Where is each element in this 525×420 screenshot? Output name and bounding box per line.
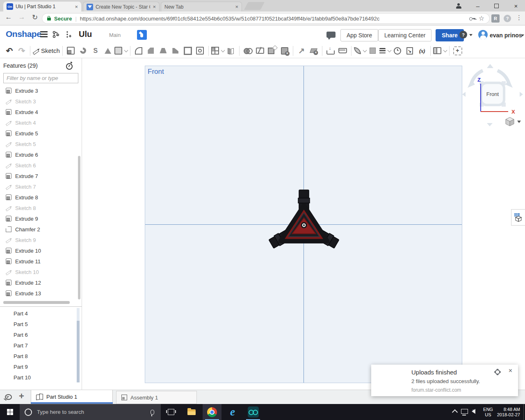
network-icon[interactable] [461,409,468,414]
feature-item[interactable]: Sketch 4 [0,117,80,128]
feature-item[interactable]: Extrude 8 [0,192,80,203]
toolbar-mirror[interactable] [225,45,237,57]
microphone-icon[interactable] [151,410,154,415]
tab-close-icon[interactable]: × [235,4,238,9]
restore-button[interactable] [488,0,504,11]
toolbar-move-face[interactable] [295,45,308,57]
avatar[interactable] [478,30,488,39]
part-item[interactable]: Part 7 [0,340,76,351]
toolbar-hole[interactable] [194,45,206,57]
add-tab-icon[interactable]: + [19,391,24,402]
toolbar-revolve[interactable] [77,45,89,57]
notification-popup[interactable]: Uploads finished 2 files uploaded succes… [371,365,518,396]
document-title[interactable]: Ulu [79,30,92,39]
feature-item[interactable]: Extrude 13 [0,288,80,299]
feedback-bubble-icon[interactable] [326,32,336,38]
feature-filter-input[interactable] [3,73,78,83]
password-key-icon[interactable] [469,17,475,21]
feature-item[interactable]: Extrude 9 [0,213,80,224]
tray-expand-icon[interactable] [452,409,458,415]
part-item[interactable]: Part 6 [0,329,76,340]
view-cube[interactable]: Front Z X [461,62,524,129]
feature-item[interactable]: Extrude 12 [0,277,80,288]
volume-muted-icon[interactable] [472,409,475,414]
parts-scrollbar-thumb[interactable] [77,321,80,382]
feature-item[interactable]: Sketch 9 [0,235,80,245]
back-icon[interactable]: ← [3,13,14,21]
search-tabs-icon[interactable] [5,394,12,400]
versions-icon[interactable] [52,31,60,38]
part-item[interactable]: Part 4 [0,308,76,319]
toolbar-split[interactable] [254,45,266,57]
feature-item[interactable]: Extrude 3 [0,85,80,96]
toolbar-boolean[interactable] [242,45,254,57]
language-indicator[interactable]: ENG US [481,407,495,418]
feature-item[interactable]: Extrude 11 [0,256,80,267]
toolbar-sphere[interactable] [391,45,404,57]
toolbar-import-derived[interactable] [404,45,416,57]
toolbar-surface[interactable] [354,45,367,57]
internet-explorer-button[interactable]: e [223,404,242,420]
task-view-button[interactable] [162,404,180,420]
arduino-button[interactable] [244,404,262,420]
model-viewport[interactable]: Front [145,66,462,383]
toolbar-linear-pattern[interactable] [211,45,225,57]
bookmark-star-icon[interactable]: ☆ [479,15,484,22]
close-button[interactable]: × [508,0,524,11]
toolbar-plane[interactable] [367,45,379,57]
chrome-button[interactable] [203,404,221,420]
stopwatch-icon[interactable] [66,63,73,70]
feature-item[interactable]: Sketch 6 [0,160,80,171]
onshape-logo[interactable]: Onshape [6,29,41,39]
notification-settings-icon[interactable] [495,370,500,374]
learning-graduation-icon[interactable] [137,30,147,40]
parts-panel-handle[interactable] [511,209,525,226]
workspace-name[interactable]: Main [109,32,121,38]
follow-icon[interactable] [66,31,72,38]
part-item[interactable]: Part 9 [0,361,76,372]
tab-close-icon[interactable]: × [75,4,78,9]
feature-item[interactable]: Extrude 10 [0,245,80,256]
part-item[interactable]: Part 8 [0,351,76,361]
browser-help-icon[interactable]: ? [504,15,511,22]
help-icon[interactable]: ? [459,31,467,39]
part-model[interactable] [267,189,341,251]
learning-center-button[interactable]: Learning Center [378,29,431,41]
toolbar-delete-part[interactable] [278,45,291,57]
toolbar-draft[interactable] [157,45,169,57]
toolbar-fillet[interactable] [132,45,145,57]
part-item[interactable]: Part 5 [0,319,76,329]
minimize-button[interactable]: – [470,0,486,11]
browser-tab-active[interactable]: Ulu | Part Studio 1 × [3,2,81,11]
toolbar-thicken[interactable] [114,45,128,57]
toolbar-boundary-surface[interactable] [337,45,349,57]
browser-tab[interactable]: New Tab × [161,2,242,11]
part-item[interactable]: Part 10 [0,372,76,383]
taskbar-search[interactable]: Type here to search [20,404,161,420]
toolbar-variable[interactable] [416,45,428,57]
toolbar-helix[interactable] [379,45,391,57]
tab-assembly[interactable]: Assembly 1 [116,391,197,404]
notification-close-icon[interactable]: × [509,367,512,374]
feature-item[interactable]: Sketch 10 [0,267,80,277]
feature-item[interactable]: Sketch 3 [0,96,80,107]
feature-item[interactable]: Extrude 4 [0,107,80,117]
toolbar-redo[interactable] [16,45,28,57]
feature-item[interactable]: Chamfer 2 [0,224,80,235]
app-store-button[interactable]: App Store [340,29,378,41]
clock[interactable]: 8:48 AM 2018-02-27 [495,407,520,418]
tab-close-icon[interactable]: × [153,4,156,9]
tab-part-studio[interactable]: Part Studio 1 [31,390,113,404]
forward-icon[interactable]: → [16,13,27,21]
toolbar-zoom-to-fit[interactable] [452,45,464,57]
toolbar-composite-part[interactable] [433,45,447,57]
toolbar-undo[interactable] [3,45,16,57]
toolbar-offset-surface[interactable] [324,45,337,57]
hamburger-menu-icon[interactable] [40,34,48,35]
start-button[interactable] [0,404,20,420]
toolbar-shell[interactable] [182,45,194,57]
reload-icon[interactable]: ↻ [30,13,40,22]
file-explorer-button[interactable] [182,404,201,420]
toolbar-delete-face[interactable] [308,45,320,57]
browser-menu-icon[interactable]: ⋮ [516,14,522,21]
